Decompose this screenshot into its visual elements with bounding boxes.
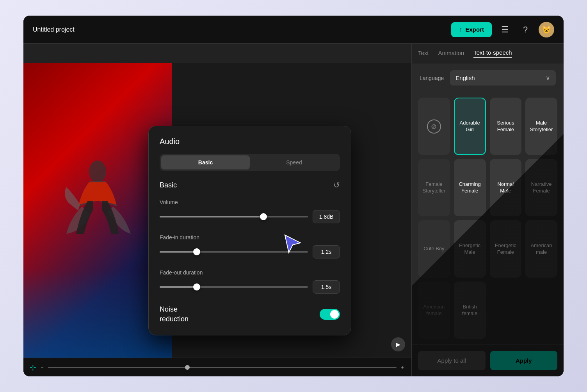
voice-label-adorable-girl: Adorable Girl (458, 120, 482, 133)
dialog-title: Audio (160, 137, 340, 146)
voice-label-energetic-female: Energetic Female (494, 242, 518, 256)
avatar[interactable]: 🐱 (539, 22, 554, 37)
tab-text[interactable]: Text (418, 50, 429, 58)
volume-row: Volume 1.8dB (160, 199, 340, 223)
voice-card-american-female[interactable]: American female (418, 282, 450, 339)
voice-card-normal-male[interactable]: Normal Male (490, 159, 522, 216)
volume-track[interactable] (160, 216, 308, 217)
help-icon[interactable]: ? (518, 23, 532, 37)
voice-label-charming-female: Charming Female (458, 181, 482, 194)
fadeout-fill (160, 286, 197, 288)
svg-point-0 (89, 160, 106, 182)
fadein-track[interactable] (160, 251, 308, 253)
audio-dialog: Audio Basic Speed Basic ↺ Volume (148, 126, 351, 335)
timeline-controls: － ＋ (39, 364, 405, 371)
video-canvas: ▶ Audio Basic Speed Basic ↺ Volume (23, 63, 411, 358)
fadein-label: Fade-in duration (160, 234, 340, 241)
language-section: Language English ∨ (412, 64, 564, 92)
chevron-down-icon: ∨ (546, 74, 550, 82)
volume-value: 1.8dB (313, 210, 340, 223)
dialog-tabs: Basic Speed (160, 154, 340, 171)
voice-card-female-storyteller[interactable]: Female Storyteller (418, 159, 450, 216)
voice-label-serious-female: Serious Female (494, 120, 518, 133)
fadein-fill (160, 251, 197, 253)
voice-label-british-female: British female (458, 304, 482, 317)
header: Untitled project Export ☰ ? 🐱 (23, 16, 564, 44)
voice-label-american-female: American female (422, 304, 446, 317)
voice-label-male-storyteller: Male Storyteller (529, 120, 553, 133)
section-label: Basic (160, 181, 177, 189)
apply-button[interactable]: Apply (490, 351, 558, 370)
zoom-slider[interactable] (48, 367, 397, 368)
body-area: ▶ Audio Basic Speed Basic ↺ Volume (23, 44, 564, 376)
timeline-icon: ⊹ (30, 363, 36, 372)
voice-card-british-female[interactable]: British female (454, 282, 486, 339)
voice-label-normal-male: Normal Male (494, 181, 518, 194)
voice-card-american-male[interactable]: American male (525, 220, 557, 278)
voice-label-american-male: American male (529, 242, 553, 256)
timeline: ⊹ － ＋ (23, 358, 411, 376)
tab-tts[interactable]: Text-to-speech (473, 49, 512, 58)
video-section: ▶ Audio Basic Speed Basic ↺ Volume (23, 44, 411, 376)
zoom-thumb (185, 365, 190, 370)
voice-card-male-storyteller[interactable]: Male Storyteller (525, 98, 557, 155)
zoom-in-icon[interactable]: ＋ (400, 364, 405, 371)
fadeout-control: 1.5s (160, 280, 340, 294)
voice-card-narrative-female[interactable]: Narrative Female (525, 159, 557, 216)
volume-thumb[interactable] (260, 213, 267, 220)
sub-tabs (23, 44, 411, 63)
toggle-thumb (330, 310, 339, 319)
voice-label-cute-boy: Cute Boy (423, 246, 444, 252)
dancer-silhouette (59, 156, 137, 265)
volume-fill (160, 216, 263, 217)
fadeout-value: 1.5s (313, 280, 340, 294)
fadein-value: 1.2s (313, 245, 340, 258)
menu-icon[interactable]: ☰ (498, 23, 512, 37)
export-button[interactable]: Export (451, 22, 492, 37)
language-label: Language (420, 75, 444, 81)
panel-tabs: Text Animation Text-to-speech (412, 44, 564, 64)
fadein-thumb[interactable] (193, 248, 200, 255)
fadeout-thumb[interactable] (193, 283, 200, 290)
voice-card-cute-boy[interactable]: Cute Boy (418, 220, 450, 278)
fadein-control: 1.2s (160, 245, 340, 258)
noise-label: Noise reduction (160, 305, 189, 324)
language-select[interactable]: English ∨ (450, 70, 556, 86)
fadein-row: Fade-in duration 1.2s (160, 234, 340, 258)
voice-label-energetic-male: Energetic Male (458, 242, 482, 256)
right-panel: Text Animation Text-to-speech Language E… (411, 44, 564, 376)
voice-grid: ⊘ Adorable Girl Serious Female Male Stor… (412, 92, 564, 344)
voice-card-serious-female[interactable]: Serious Female (490, 98, 522, 155)
fadeout-row: Fade-out duration 1.5s (160, 269, 340, 294)
mute-icon: ⊘ (427, 119, 441, 134)
voice-card-charming-female[interactable]: Charming Female (454, 159, 486, 216)
volume-control: 1.8dB (160, 210, 340, 223)
voice-card-mute[interactable]: ⊘ (418, 98, 450, 155)
reset-icon[interactable]: ↺ (333, 180, 340, 190)
language-value: English (455, 75, 546, 81)
fadeout-label: Fade-out duration (160, 269, 340, 276)
section-header: Basic ↺ (160, 180, 340, 190)
noise-toggle[interactable] (320, 309, 340, 320)
tab-speed[interactable]: Speed (250, 155, 338, 169)
voice-card-adorable-girl[interactable]: Adorable Girl (454, 98, 486, 155)
voice-card-energetic-male[interactable]: Energetic Male (454, 220, 486, 278)
app-container: Untitled project Export ☰ ? 🐱 (23, 16, 564, 376)
project-title: Untitled project (33, 26, 451, 33)
fadeout-track[interactable] (160, 286, 308, 288)
apply-all-button[interactable]: Apply to all (418, 351, 486, 370)
tab-basic[interactable]: Basic (161, 155, 250, 169)
zoom-out-icon[interactable]: － (39, 364, 45, 371)
header-actions: Export ☰ ? 🐱 (451, 22, 554, 37)
voice-label-narrative-female: Narrative Female (529, 181, 553, 194)
tab-animation[interactable]: Animation (438, 50, 464, 58)
play-button[interactable]: ▶ (391, 337, 405, 351)
panel-bottom: Apply to all Apply (412, 344, 564, 376)
voice-card-energetic-female[interactable]: Energetic Female (490, 220, 522, 278)
noise-row: Noise reduction (160, 305, 340, 324)
volume-label: Volume (160, 199, 340, 205)
voice-label-female-storyteller: Female Storyteller (422, 181, 446, 194)
